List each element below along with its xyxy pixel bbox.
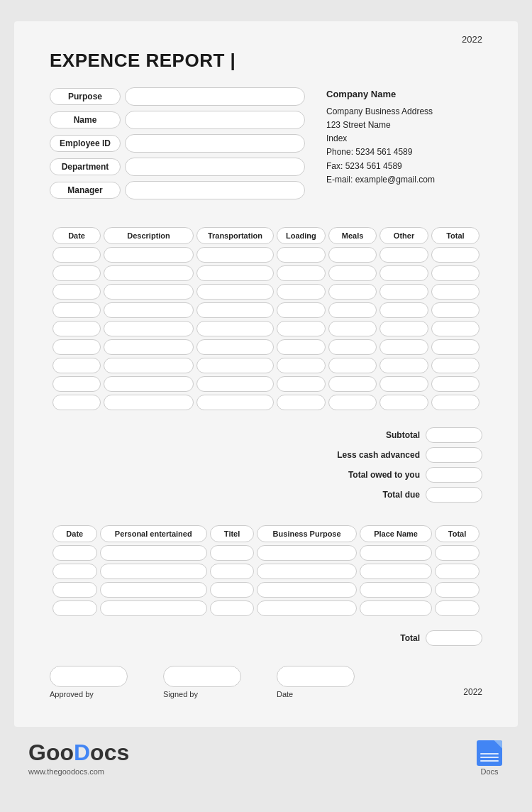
ent-cell-total[interactable] [435,600,480,616]
cell-load[interactable] [277,265,326,281]
cell-other[interactable] [379,247,428,263]
cell-total[interactable] [431,395,480,410]
cell-meals[interactable] [328,302,377,318]
cell-trans[interactable] [196,265,274,281]
ent-total-box[interactable] [426,630,482,646]
ent-cell-date[interactable] [52,545,97,561]
cell-other[interactable] [379,321,428,336]
cell-desc[interactable] [104,302,194,318]
cell-desc[interactable] [104,321,194,336]
cell-load[interactable] [277,339,326,355]
cell-meals[interactable] [328,358,377,373]
cell-desc[interactable] [104,247,194,263]
cell-date[interactable] [52,265,101,281]
cell-trans[interactable] [196,395,274,410]
ent-cell-titel[interactable] [210,564,254,579]
ent-cell-purpose[interactable] [257,600,357,616]
cell-desc[interactable] [104,358,194,373]
cell-trans[interactable] [196,284,274,300]
cell-other[interactable] [379,376,428,392]
cell-meals[interactable] [328,339,377,355]
cell-meals[interactable] [328,247,377,263]
cell-load[interactable] [277,321,326,336]
ent-cell-person[interactable] [100,600,207,616]
input-department[interactable] [125,158,305,176]
cell-total[interactable] [431,265,480,281]
total-owed-box[interactable] [426,467,482,483]
cell-other[interactable] [379,265,428,281]
cell-desc[interactable] [104,265,194,281]
cell-other[interactable] [379,395,428,410]
cell-trans[interactable] [196,321,274,336]
subtotal-box[interactable] [426,427,482,443]
ent-cell-person[interactable] [100,582,207,598]
input-manager[interactable] [125,181,305,199]
cell-other[interactable] [379,302,428,318]
ent-cell-place[interactable] [360,564,432,579]
sig-date-box[interactable] [277,666,355,687]
cell-date[interactable] [52,358,101,373]
cell-desc[interactable] [104,339,194,355]
signed-box[interactable] [163,666,241,687]
cell-load[interactable] [277,284,326,300]
cell-total[interactable] [431,321,480,336]
ent-cell-purpose[interactable] [257,582,357,598]
cell-total[interactable] [431,247,480,263]
cell-trans[interactable] [196,358,274,373]
input-employee-id[interactable] [125,134,305,153]
ent-cell-date[interactable] [52,564,97,579]
cell-desc[interactable] [104,376,194,392]
cell-total[interactable] [431,339,480,355]
ent-cell-date[interactable] [52,600,97,616]
ent-cell-place[interactable] [360,600,432,616]
cell-meals[interactable] [328,321,377,336]
cell-other[interactable] [379,284,428,300]
ent-cell-purpose[interactable] [257,545,357,561]
cell-load[interactable] [277,247,326,263]
cell-load[interactable] [277,302,326,318]
cell-total[interactable] [431,358,480,373]
cell-date[interactable] [52,395,101,410]
cell-other[interactable] [379,339,428,355]
cell-desc[interactable] [104,284,194,300]
cell-load[interactable] [277,376,326,392]
total-due-box[interactable] [426,487,482,503]
cell-date[interactable] [52,284,101,300]
ent-cell-titel[interactable] [210,545,254,561]
cell-meals[interactable] [328,284,377,300]
ent-cell-titel[interactable] [210,600,254,616]
cell-meals[interactable] [328,395,377,410]
input-name[interactable] [125,111,305,129]
cell-total[interactable] [431,376,480,392]
cell-load[interactable] [277,395,326,410]
cell-trans[interactable] [196,376,274,392]
cell-trans[interactable] [196,302,274,318]
ent-cell-date[interactable] [52,582,97,598]
cell-meals[interactable] [328,376,377,392]
ent-cell-place[interactable] [360,545,432,561]
ent-cell-person[interactable] [100,545,207,561]
ent-cell-total[interactable] [435,545,480,561]
ent-cell-total[interactable] [435,582,480,598]
less-cash-box[interactable] [426,447,482,463]
cell-trans[interactable] [196,339,274,355]
cell-date[interactable] [52,321,101,336]
approved-box[interactable] [50,666,128,687]
ent-cell-person[interactable] [100,564,207,579]
cell-desc[interactable] [104,395,194,410]
cell-date[interactable] [52,247,101,263]
cell-total[interactable] [431,302,480,318]
ent-cell-total[interactable] [435,564,480,579]
cell-meals[interactable] [328,265,377,281]
ent-cell-purpose[interactable] [257,564,357,579]
input-purpose[interactable] [125,87,305,106]
cell-other[interactable] [379,358,428,373]
cell-load[interactable] [277,358,326,373]
ent-cell-place[interactable] [360,582,432,598]
cell-date[interactable] [52,302,101,318]
ent-cell-titel[interactable] [210,582,254,598]
cell-trans[interactable] [196,247,274,263]
cell-total[interactable] [431,284,480,300]
cell-date[interactable] [52,376,101,392]
cell-date[interactable] [52,339,101,355]
